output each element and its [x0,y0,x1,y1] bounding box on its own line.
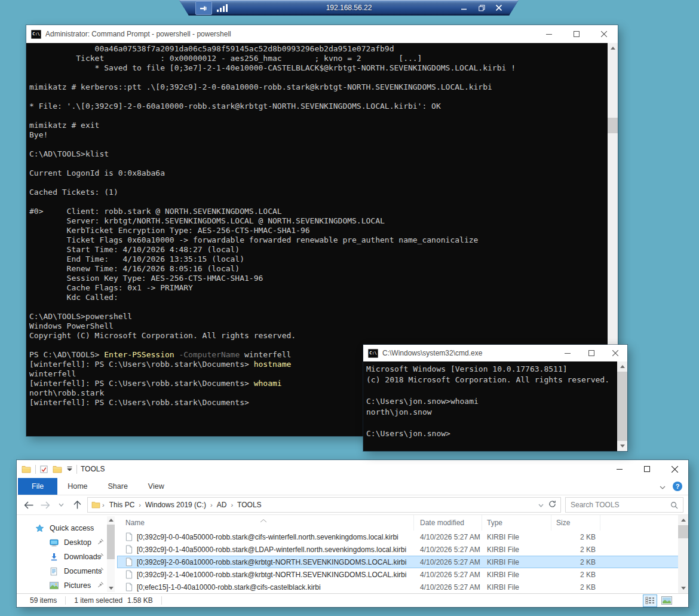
tab-file[interactable]: File [18,478,57,495]
console-line: mimikatz # kerberos::ptt .\[0;392c9]-2-0… [29,82,605,92]
tab-view[interactable]: View [138,478,174,495]
cmd-maximize-button[interactable] [580,345,603,361]
terminal-titlebar[interactable]: C:\ Administrator: Command Prompt - powe… [26,25,618,43]
explorer-minimize-button[interactable] [606,460,633,478]
column-header-size[interactable]: Size [551,515,600,531]
scroll-thumb[interactable] [608,118,618,133]
scroll-down-icon[interactable] [107,584,115,592]
properties-icon[interactable] [39,465,48,474]
sidebar-item-label: Pictures [64,581,91,590]
console-line: Ticket Flags 0x60a10000 -> forwardable f… [29,235,605,245]
file-list-scrollbar[interactable] [678,515,688,593]
file-row[interactable]: [0;392c9]-2-1-40e10000-robb.stark@krbtgt… [117,568,688,581]
file-row[interactable]: [0;392c9]-0-1-40a50000-robb.stark@LDAP-w… [117,543,688,556]
scroll-thumb[interactable] [617,372,627,441]
up-icon[interactable] [71,498,83,511]
console-line [29,140,605,149]
file-list: Name Date modified Type Size [0;392c9]-0… [117,515,688,593]
explorer-titlebar[interactable]: TOOLS [17,460,688,478]
cmd-close-button[interactable] [603,345,627,361]
console-line: Current LogonId is 0:0x8aba6a [29,168,605,178]
file-date-modified: 4/10/2026 5:27 AM [414,545,482,554]
separator [161,596,162,605]
sidebar-item-pictures[interactable]: Pictures [17,578,117,593]
explorer-close-button[interactable] [661,460,688,478]
thumbnails-view-button[interactable] [660,594,674,607]
search-icon[interactable] [668,501,683,509]
column-header-date-modified[interactable]: Date modified [414,515,482,531]
cmd-title: C:\Windows\system32\cmd.exe [382,349,551,357]
console-line: C:\AD\TOOLS>powershell [29,312,605,321]
breadcrumb-item[interactable]: AD [213,501,231,509]
breadcrumb[interactable]: › This PC›Windows 2019 (C:)›AD›TOOLS [87,497,561,513]
pin-icon[interactable] [195,1,212,15]
status-bar: 59 items 1 item selected 1.58 KB [17,593,688,607]
file-date-modified: 4/10/2026 5:27 AM [414,533,482,541]
folder-icon [21,465,32,474]
rdp-minimize-button[interactable] [460,4,468,12]
tab-home[interactable]: Home [57,478,97,495]
scroll-thumb[interactable] [678,525,688,538]
terminal-title: Administrator: Command Prompt - powershe… [45,30,531,38]
scroll-down-icon[interactable] [617,441,627,451]
sidebar-item-label: Quick access [50,524,94,532]
scroll-down-icon[interactable] [678,583,688,593]
rdp-connection-bar: 192.168.56.22 [179,0,519,16]
back-icon[interactable] [23,498,35,511]
cmd-console[interactable]: Microsoft Windows [Version 10.0.17763.85… [363,361,627,451]
file-row[interactable]: [0;efec15]-1-0-40a10000-robb.stark@cifs-… [117,581,688,593]
tab-share[interactable]: Share [98,478,138,495]
sidebar-item-documents[interactable]: Documents [17,564,117,578]
rdp-restore-button[interactable] [477,4,486,12]
breadcrumb-item[interactable]: This PC [106,501,139,509]
file-size: 2 KB [551,558,600,566]
pin-icon [97,538,104,547]
desktop: 192.168.56.22 C:\ Administrator: Command… [0,0,699,616]
console-line [29,73,605,82]
file-row[interactable]: [0;392c9]-2-0-60a10000-robb.stark@krbtgt… [117,556,688,568]
column-header-type[interactable]: Type [482,515,551,531]
cmd-minimize-button[interactable] [556,345,580,361]
address-dropdown-icon[interactable] [538,501,544,509]
cmd-scrollbar[interactable] [617,361,627,451]
file-row[interactable]: [0;392c9]-0-0-40a50000-robb.stark@cifs-w… [117,531,688,543]
scroll-up-icon[interactable] [608,43,618,53]
refresh-icon[interactable] [548,500,556,510]
scroll-up-icon[interactable] [678,515,688,525]
console-line [366,385,614,396]
terminal-maximize-button[interactable] [563,25,590,43]
explorer-maximize-button[interactable] [633,460,661,478]
scroll-up-icon[interactable] [107,516,115,524]
search-input[interactable] [566,501,668,509]
details-view-button[interactable] [643,594,657,607]
sidebar-item-label: Desktop [64,538,91,547]
separator [65,596,66,605]
recent-locations-icon[interactable] [55,498,67,511]
file-name: [0;392c9]-0-0-40a50000-robb.stark@cifs-w… [117,532,414,541]
console-line: north\jon.snow [366,407,614,418]
terminal-minimize-button[interactable] [535,25,563,43]
monitor-icon [49,538,59,547]
file-size: 2 KB [551,545,600,554]
sidebar-scrollbar[interactable] [107,516,115,592]
breadcrumb-item[interactable]: TOOLS [234,501,265,509]
breadcrumb-item[interactable]: Windows 2019 (C:) [142,501,210,509]
sidebar-item-downloads[interactable]: Downloads [17,550,117,564]
sidebar-item-quick-access[interactable]: Quick access [17,521,117,535]
qat-customize-icon[interactable] [66,466,73,472]
scroll-up-icon[interactable] [617,361,627,372]
column-headers: Name Date modified Type Size [117,515,688,531]
cmd-titlebar[interactable]: C:\ C:\Windows\system32\cmd.exe [363,345,627,361]
explorer-sidebar: Quick accessDesktopDownloadsDocumentsPic… [17,515,117,593]
sidebar-item-desktop[interactable]: Desktop [17,535,117,550]
forward-icon[interactable] [39,498,51,511]
rdp-close-button[interactable] [495,4,503,12]
help-icon[interactable]: ? [673,482,682,491]
scroll-thumb[interactable] [107,525,115,559]
new-folder-icon[interactable] [52,465,63,474]
cmd-icon: C:\ [31,30,41,39]
signal-bars-icon [217,3,229,12]
console-line: End Time: 4/10/2026 13:35:15 (local) [29,255,605,264]
ribbon-collapse-icon[interactable] [660,481,666,492]
terminal-close-button[interactable] [590,25,618,43]
